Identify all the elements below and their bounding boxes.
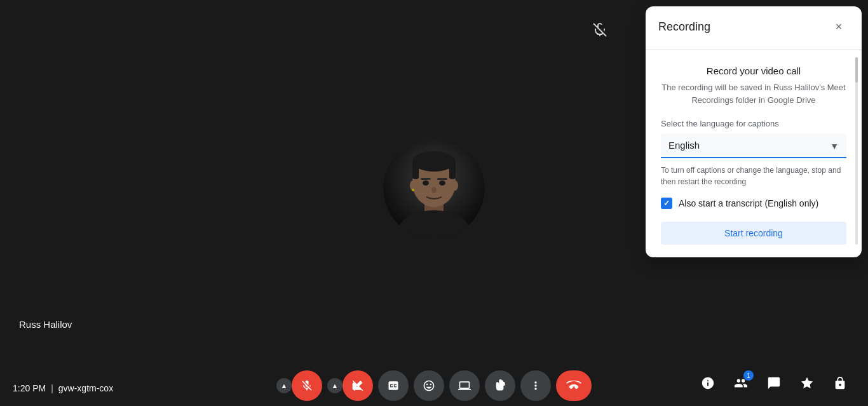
camera-off-button[interactable] bbox=[342, 370, 373, 401]
mic-arrow-button[interactable]: ▲ bbox=[276, 378, 292, 393]
meeting-info: 1:20 PM | gvw-xgtm-cox bbox=[13, 383, 113, 393]
present-button[interactable] bbox=[449, 370, 480, 401]
mic-group: ▲ bbox=[276, 370, 322, 401]
panel-scrollbar bbox=[855, 57, 858, 245]
camera-arrow-button[interactable]: ▲ bbox=[327, 378, 342, 393]
mute-indicator-video bbox=[592, 22, 607, 40]
scrollbar-thumb bbox=[855, 57, 858, 83]
language-select-wrapper: English Spanish French German Japanese ▼ bbox=[661, 133, 846, 158]
svg-rect-5 bbox=[412, 161, 419, 179]
panel-header: Recording × bbox=[646, 6, 862, 44]
mic-mute-button[interactable] bbox=[292, 370, 322, 401]
camera-group: ▲ bbox=[327, 370, 373, 401]
meeting-time: 1:20 PM bbox=[13, 383, 46, 393]
more-options-button[interactable] bbox=[520, 370, 551, 401]
right-toolbar: 1 bbox=[693, 368, 855, 398]
lock-button[interactable] bbox=[825, 368, 855, 398]
close-icon: × bbox=[836, 20, 843, 34]
language-label: Select the language for captions bbox=[661, 119, 846, 128]
present-icon bbox=[458, 379, 471, 392]
meeting-separator: | bbox=[51, 383, 53, 393]
svg-rect-10 bbox=[437, 178, 447, 180]
people-badge: 1 bbox=[743, 370, 754, 381]
info-button[interactable] bbox=[693, 368, 723, 398]
checkbox-check-icon: ✓ bbox=[663, 199, 670, 208]
activities-icon bbox=[800, 376, 814, 390]
header-divider bbox=[646, 50, 862, 50]
info-icon bbox=[701, 376, 715, 390]
emoji-button[interactable] bbox=[414, 370, 444, 401]
panel-subtitle: Record your video call bbox=[661, 65, 846, 76]
transcript-row: ✓ Also start a transcript (English only) bbox=[661, 198, 846, 209]
svg-point-11 bbox=[431, 187, 437, 193]
lock-icon bbox=[833, 376, 847, 390]
meeting-code: gvw-xgtm-cox bbox=[58, 383, 113, 393]
raise-hand-button[interactable] bbox=[485, 370, 515, 401]
recording-panel: Recording × Record your video call The r… bbox=[646, 6, 862, 257]
transcript-label: Also start a transcript (English only) bbox=[679, 198, 818, 208]
svg-point-4 bbox=[412, 151, 456, 172]
svg-point-14 bbox=[412, 189, 414, 191]
chat-button[interactable] bbox=[759, 368, 789, 398]
language-select[interactable]: English Spanish French German Japanese bbox=[661, 133, 846, 158]
raise-hand-icon bbox=[494, 379, 506, 392]
caption-note: To turn off captions or change the langu… bbox=[661, 165, 846, 187]
close-button[interactable]: × bbox=[829, 17, 849, 37]
panel-body: Record your video call The recording wil… bbox=[646, 60, 862, 257]
panel-description: The recording will be saved in Russ Hali… bbox=[661, 81, 846, 106]
camera-arrow-icon: ▲ bbox=[332, 382, 339, 389]
more-options-icon bbox=[529, 379, 542, 392]
captions-button[interactable] bbox=[378, 370, 409, 401]
mic-off-icon bbox=[301, 379, 313, 392]
camera-off-icon bbox=[351, 379, 364, 392]
chat-icon bbox=[767, 376, 781, 390]
people-button[interactable]: 1 bbox=[726, 368, 756, 398]
end-call-icon bbox=[566, 381, 581, 391]
transcript-checkbox[interactable]: ✓ bbox=[661, 198, 672, 209]
emoji-icon bbox=[423, 379, 435, 392]
participant-name: Russ Halilov bbox=[19, 319, 72, 330]
video-area: Russ Halilov 1:20 PM | gvw-xgtm-cox ▲ ▲ bbox=[0, 0, 868, 406]
mic-arrow-icon: ▲ bbox=[281, 382, 288, 389]
activities-button[interactable] bbox=[792, 368, 822, 398]
svg-point-13 bbox=[452, 180, 458, 191]
svg-point-7 bbox=[423, 180, 429, 186]
panel-title: Recording bbox=[658, 20, 710, 34]
participant-avatar bbox=[383, 137, 485, 239]
svg-rect-6 bbox=[449, 161, 456, 179]
svg-point-8 bbox=[439, 180, 445, 186]
svg-rect-9 bbox=[421, 178, 431, 180]
start-recording-button[interactable]: Start recording bbox=[661, 222, 846, 245]
end-call-button[interactable] bbox=[556, 370, 592, 401]
captions-icon bbox=[387, 379, 400, 392]
bottom-toolbar: ▲ ▲ bbox=[276, 370, 592, 401]
